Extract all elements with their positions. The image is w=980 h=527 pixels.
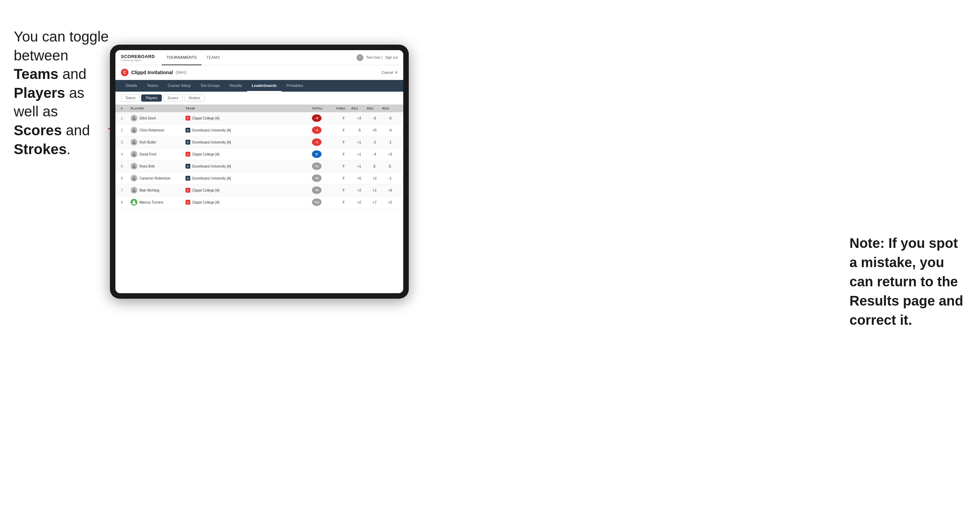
- tab-results[interactable]: Results: [225, 80, 247, 92]
- rd3: +2: [382, 200, 398, 204]
- player-name: David Ford: [140, 152, 156, 156]
- team-icon: S: [186, 140, 190, 144]
- player-avatar: [130, 151, 137, 157]
- toggle-strokes[interactable]: Strokes: [184, 94, 205, 102]
- score-badge: +11: [312, 198, 321, 206]
- team-name: Scoreboard University [A]: [192, 176, 231, 180]
- player-avatar: [130, 139, 137, 146]
- rank: 1: [121, 116, 130, 120]
- score-total: -4: [312, 126, 336, 134]
- player-avatar: [130, 163, 137, 170]
- toggle-scores[interactable]: Scores: [163, 94, 183, 102]
- team-name: Clippd College [A]: [192, 152, 220, 156]
- rd3: +3: [382, 152, 398, 156]
- rd2: +2: [367, 176, 382, 180]
- rd1: +1: [352, 165, 367, 168]
- rd3: -4: [382, 129, 398, 132]
- team-info: S Scoreboard University [A]: [186, 140, 312, 144]
- bold-strokes: Strokes: [14, 141, 67, 157]
- rd2: +1: [367, 189, 382, 192]
- player-name: Chris Robertson: [140, 129, 164, 132]
- team-info: C Clippd College [A]: [186, 116, 312, 121]
- tab-teams[interactable]: Teams: [142, 80, 163, 92]
- rank: 6: [121, 176, 130, 180]
- score-total: +6: [312, 175, 336, 182]
- sign-out-link[interactable]: Sign out: [385, 56, 398, 59]
- rd3: -1: [382, 176, 398, 180]
- table-row: 7 Blair McHarg C Clippd College [A] +8 F…: [115, 184, 403, 196]
- logo-text: SCOREBOARD: [121, 54, 155, 59]
- left-annotation: You can toggle between Teams and Players…: [14, 27, 110, 159]
- logo-area: SCOREBOARD Powered by clippd: [121, 54, 155, 62]
- score-total: -2: [312, 138, 336, 146]
- toggle-teams[interactable]: Teams: [121, 94, 140, 102]
- col-rank: #: [121, 107, 130, 110]
- col-player: PLAYER: [130, 107, 186, 110]
- rd1: +1: [352, 152, 367, 156]
- thru: F: [336, 165, 352, 168]
- score-badge: +1: [312, 162, 321, 170]
- team-icon: S: [186, 176, 190, 181]
- team-icon: C: [186, 116, 190, 121]
- rd2: +7: [367, 200, 382, 204]
- rank: 7: [121, 189, 130, 192]
- thru: F: [336, 129, 352, 132]
- tab-details[interactable]: Details: [121, 80, 142, 92]
- score-total: +8: [312, 186, 336, 194]
- nav-links: TOURNAMENTS TEAMS: [162, 50, 356, 65]
- player-name: Elliot Ebert: [140, 116, 156, 120]
- rank: 3: [121, 140, 130, 144]
- table-header: # PLAYER TEAM TOTAL THRU RD1 RD2 RD3: [115, 105, 403, 112]
- player-avatar: [130, 175, 137, 182]
- score-badge: -4: [312, 126, 321, 134]
- score-badge: -8: [312, 114, 321, 122]
- player-info: David Ford: [130, 151, 186, 157]
- top-nav: SCOREBOARD Powered by clippd TOURNAMENTS…: [115, 50, 403, 65]
- rd2: -4: [367, 152, 382, 156]
- rank: 5: [121, 165, 130, 168]
- tablet-frame: SCOREBOARD Powered by clippd TOURNAMENTS…: [110, 44, 409, 299]
- player-name: Marcus Turners: [140, 200, 163, 204]
- score-total: +1: [312, 162, 336, 170]
- tab-course-setup[interactable]: Course Setup: [163, 80, 196, 92]
- right-annotation: Note: If you spot a mistake, you can ret…: [850, 233, 966, 330]
- nav-teams[interactable]: TEAMS: [202, 50, 225, 65]
- player-info: Rees Britt: [130, 163, 186, 170]
- player-avatar: [130, 127, 137, 133]
- score-total: -8: [312, 114, 336, 122]
- team-info: C Clippd College [A]: [186, 200, 312, 205]
- rank: 8: [121, 200, 130, 204]
- team-name: Scoreboard University [A]: [192, 129, 231, 132]
- toggle-players[interactable]: Players: [141, 94, 161, 102]
- table-row: 4 David Ford C Clippd College [A] E F +1…: [115, 148, 403, 160]
- thru: F: [336, 189, 352, 192]
- logo-sub: Powered by clippd: [121, 59, 155, 62]
- team-info: C Clippd College [A]: [186, 152, 312, 157]
- tab-leaderboards[interactable]: Leaderboards: [247, 80, 282, 92]
- team-info: S Scoreboard University [A]: [186, 176, 312, 181]
- rd1: +5: [352, 176, 367, 180]
- team-name: Clippd College [A]: [192, 189, 220, 192]
- score-badge: -2: [312, 138, 321, 146]
- player-info: Cameron Robertson: [130, 175, 186, 182]
- tab-tee-groups[interactable]: Tee Groups: [196, 80, 225, 92]
- bold-scores: Scores: [14, 122, 62, 138]
- tournament-gender: (Men): [175, 70, 186, 75]
- thru: F: [336, 200, 352, 204]
- player-name: Rees Britt: [140, 165, 154, 168]
- rd1: +3: [352, 116, 367, 120]
- toggle-bar: Teams Players Scores Strokes: [115, 92, 403, 105]
- score-total: +11: [312, 198, 336, 206]
- tournament-title-area: C Clippd Invitational (Men): [121, 69, 186, 76]
- player-avatar: [130, 187, 137, 194]
- cancel-button[interactable]: Cancel ✕: [382, 70, 398, 75]
- thru: F: [336, 140, 352, 144]
- nav-tournaments[interactable]: TOURNAMENTS: [162, 50, 202, 65]
- team-icon: S: [186, 128, 190, 133]
- user-avatar: T: [356, 54, 363, 61]
- user-label: Test User |: [366, 56, 383, 59]
- team-name: Scoreboard University [A]: [192, 165, 231, 168]
- table-row: 5 Rees Britt S Scoreboard University [A]…: [115, 160, 403, 172]
- tab-printables[interactable]: Printables: [282, 80, 308, 92]
- rd2: E: [367, 165, 382, 168]
